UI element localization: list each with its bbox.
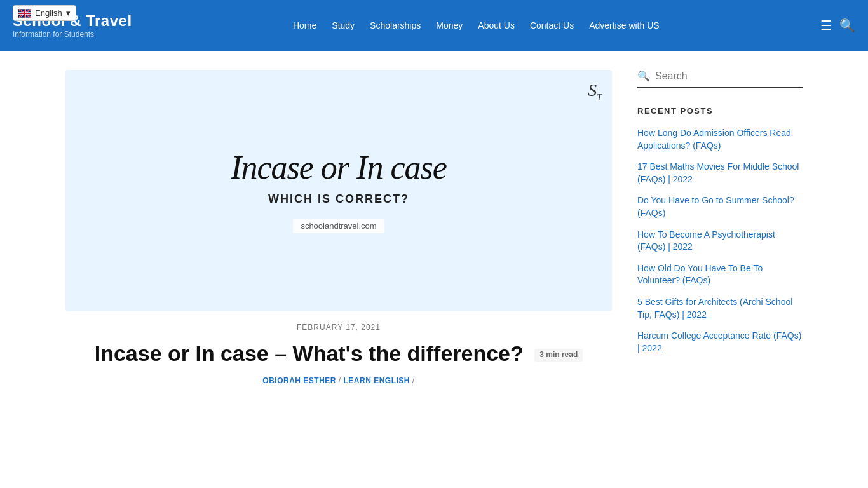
article-title-text: Incase or In case – What's the differenc…	[95, 341, 524, 365]
main-container: Incase or In case WHICH IS CORRECT? scho…	[53, 70, 815, 385]
list-item: Do You Have to Go to Summer School? (FAQ…	[637, 194, 803, 219]
list-item: 5 Best Gifts for Architects (Archi Schoo…	[637, 296, 803, 321]
list-item: How To Become A Psychotherapist (FAQs) |…	[637, 229, 803, 254]
nav-about[interactable]: About Us	[478, 20, 515, 30]
recent-post-link[interactable]: 17 Best Maths Movies For Middle School (…	[637, 161, 799, 184]
read-time-badge: 3 min read	[534, 349, 583, 362]
list-item: How Old Do You Have To Be To Volunteer? …	[637, 262, 803, 287]
sidebar-search-icon: 🔍	[637, 70, 650, 82]
sidebar: 🔍 RECENT POSTS How Long Do Admission Off…	[637, 70, 803, 385]
author-link[interactable]: OBIORAH ESTHER	[262, 376, 336, 385]
meta-separator-2: /	[412, 376, 415, 385]
list-item: Harcum College Acceptance Rate (FAQs) | …	[637, 330, 803, 355]
category-link[interactable]: LEARN ENGLISH	[344, 376, 410, 385]
article-title: Incase or In case – What's the differenc…	[65, 339, 612, 367]
article-date: FEBRUARY 17, 2021	[65, 323, 612, 332]
language-label: English	[35, 8, 62, 18]
featured-image-subtitle: WHICH IS CORRECT?	[231, 193, 447, 206]
featured-image-content: Incase or In case WHICH IS CORRECT? scho…	[218, 135, 459, 246]
recent-post-link[interactable]: 5 Best Gifts for Architects (Archi Schoo…	[637, 297, 792, 320]
main-navigation: Home Study Scholarships Money About Us C…	[293, 20, 660, 30]
uk-flag-icon	[18, 9, 31, 18]
recent-post-link[interactable]: How Old Do You Have To Be To Volunteer? …	[637, 263, 763, 286]
nav-home[interactable]: Home	[293, 20, 316, 30]
language-selector[interactable]: English ▾	[13, 5, 76, 21]
sidebar-search-input[interactable]	[655, 71, 803, 82]
site-tagline: Information for Students	[13, 30, 132, 39]
list-item: 17 Best Maths Movies For Middle School (…	[637, 161, 803, 186]
site-watermark: schoolandtravel.com	[293, 219, 384, 233]
sidebar-search-container: 🔍	[637, 70, 803, 88]
recent-posts-title: RECENT POSTS	[637, 106, 803, 116]
nav-advertise[interactable]: Advertise with US	[589, 20, 659, 30]
st-logo: ST	[588, 80, 602, 103]
featured-image: Incase or In case WHICH IS CORRECT? scho…	[65, 70, 612, 311]
list-item: How Long Do Admission Officers Read Appl…	[637, 127, 803, 152]
nav-contact[interactable]: Contact Us	[530, 20, 574, 30]
nav-scholarships[interactable]: Scholarships	[370, 20, 421, 30]
menu-icon[interactable]: ☰	[820, 18, 832, 33]
meta-separator-1: /	[339, 376, 344, 385]
nav-study[interactable]: Study	[332, 20, 355, 30]
search-icon[interactable]: 🔍	[839, 18, 855, 33]
nav-money[interactable]: Money	[436, 20, 463, 30]
recent-post-link[interactable]: Harcum College Acceptance Rate (FAQs) | …	[637, 330, 801, 353]
featured-image-title: Incase or In case	[231, 148, 447, 187]
recent-posts-list: How Long Do Admission Officers Read Appl…	[637, 127, 803, 355]
header-icons: ☰ 🔍	[820, 18, 855, 33]
chevron-down-icon: ▾	[66, 8, 71, 18]
recent-post-link[interactable]: How To Become A Psychotherapist (FAQs) |…	[637, 229, 775, 252]
article-area: Incase or In case WHICH IS CORRECT? scho…	[65, 70, 612, 385]
recent-post-link[interactable]: How Long Do Admission Officers Read Appl…	[637, 128, 791, 151]
recent-post-link[interactable]: Do You Have to Go to Summer School? (FAQ…	[637, 195, 794, 218]
article-meta: OBIORAH ESTHER / LEARN ENGLISH /	[65, 376, 612, 385]
site-header: English ▾ School & Travel Information fo…	[0, 0, 868, 51]
